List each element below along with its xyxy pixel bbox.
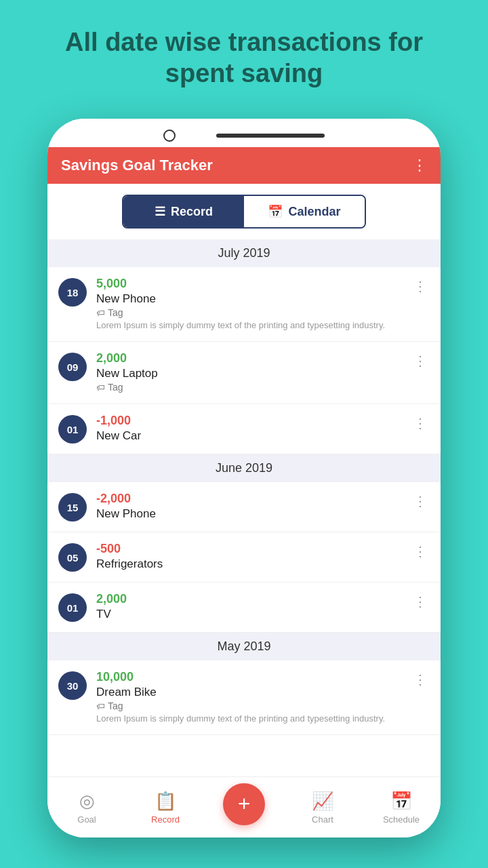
- nav-item-record[interactable]: 📋 Record: [126, 791, 205, 825]
- item-name: Refrigerators: [96, 557, 411, 571]
- item-menu-icon[interactable]: ⋮: [411, 353, 430, 369]
- date-badge: 09: [58, 353, 87, 381]
- transaction-item: 18 5,000 New Phone 🏷 Tag Lorem Ipsum is …: [47, 267, 441, 342]
- item-name: New Phone: [96, 292, 411, 306]
- transactions-list: July 2019 18 5,000 New Phone 🏷 Tag Lorem…: [47, 239, 441, 778]
- amount: -500: [96, 542, 411, 556]
- amount: 2,000: [96, 351, 411, 366]
- tag-label: Tag: [108, 307, 123, 318]
- transaction-details: -500 Refrigerators: [96, 542, 411, 572]
- amount: 2,000: [96, 592, 411, 606]
- phone-status-bar: [47, 119, 441, 147]
- transaction-details: 2,000 TV: [96, 592, 411, 623]
- description: Lorem Ipsum is simply dummy text of the …: [96, 713, 411, 725]
- record-icon: ☰: [155, 204, 165, 219]
- hero-title: All date wise transactions for spent sav…: [0, 0, 488, 102]
- nav-label-schedule: Schedule: [383, 814, 420, 825]
- transaction-item: 05 -500 Refrigerators ⋮: [47, 532, 441, 583]
- tag-icon: 🏷: [96, 701, 105, 711]
- transaction-details: 2,000 New Laptop 🏷 Tag: [96, 351, 411, 394]
- transaction-item: 09 2,000 New Laptop 🏷 Tag ⋮: [47, 342, 441, 404]
- date-badge: 05: [58, 543, 87, 572]
- app-title: Savings Goal Tracker: [61, 157, 213, 174]
- nav-label-chart: Chart: [312, 814, 333, 825]
- tag-icon: 🏷: [96, 308, 105, 318]
- item-menu-icon[interactable]: ⋮: [411, 493, 430, 509]
- description: Lorem Ipsum is simply dummy text of the …: [96, 319, 411, 332]
- transaction-item: 01 2,000 TV ⋮: [47, 583, 441, 633]
- date-badge: 30: [58, 671, 87, 700]
- item-menu-icon[interactable]: ⋮: [411, 278, 430, 294]
- transaction-details: 5,000 New Phone 🏷 Tag Lorem Ipsum is sim…: [96, 277, 411, 332]
- month-header-july: July 2019: [47, 239, 441, 267]
- item-menu-icon[interactable]: ⋮: [411, 593, 430, 610]
- tag-row: 🏷 Tag: [96, 307, 411, 318]
- goal-icon: ◎: [79, 791, 95, 812]
- fab-button[interactable]: +: [223, 783, 265, 825]
- nav-label-goal: Goal: [77, 814, 96, 825]
- nav-label-record: Record: [151, 814, 180, 825]
- month-header-june: June 2019: [47, 454, 441, 482]
- tab-record[interactable]: ☰ Record: [123, 196, 244, 227]
- item-name: New Phone: [96, 507, 411, 521]
- item-name: New Car: [96, 429, 411, 443]
- item-name: Dream Bike: [96, 686, 411, 699]
- item-menu-icon[interactable]: ⋮: [411, 671, 430, 688]
- chart-icon: 📈: [312, 791, 333, 812]
- bottom-nav: ◎ Goal 📋 Record + 📈 Chart 📅 Schedule: [47, 776, 441, 837]
- transaction-details: -2,000 New Phone: [96, 492, 411, 522]
- transaction-item: 30 10,000 Dream Bike 🏷 Tag Lorem Ipsum i…: [47, 660, 441, 735]
- tab-record-label: Record: [171, 205, 213, 219]
- month-header-may: May 2019: [47, 633, 441, 660]
- phone-mockup: Savings Goal Tracker ⋮ ☰ Record 📅 Calend…: [47, 119, 441, 837]
- tab-calendar[interactable]: 📅 Calendar: [244, 196, 365, 227]
- calendar-icon: 📅: [268, 204, 283, 219]
- amount: 10,000: [96, 670, 411, 684]
- item-menu-icon[interactable]: ⋮: [411, 415, 430, 431]
- tag-row: 🏷 Tag: [96, 701, 411, 711]
- item-menu-icon[interactable]: ⋮: [411, 543, 430, 559]
- schedule-icon: 📅: [390, 791, 412, 812]
- tag-row: 🏷 Tag: [96, 382, 411, 393]
- tab-switcher: ☰ Record 📅 Calendar: [122, 195, 366, 229]
- tab-calendar-label: Calendar: [288, 205, 340, 219]
- item-name: TV: [96, 608, 411, 621]
- amount: -2,000: [96, 492, 411, 506]
- date-badge: 01: [58, 593, 87, 622]
- amount: -1,000: [96, 414, 411, 428]
- date-badge: 01: [58, 415, 87, 443]
- app-header: Savings Goal Tracker ⋮: [47, 147, 441, 184]
- tag-label: Tag: [108, 701, 123, 711]
- transaction-item: 15 -2,000 New Phone ⋮: [47, 482, 441, 532]
- phone-notch: [216, 134, 325, 138]
- nav-item-chart[interactable]: 📈 Chart: [283, 791, 362, 825]
- date-badge: 18: [58, 278, 87, 307]
- nav-item-schedule[interactable]: 📅 Schedule: [362, 791, 441, 825]
- amount: 5,000: [96, 277, 411, 291]
- item-name: New Laptop: [96, 367, 411, 380]
- transaction-details: 10,000 Dream Bike 🏷 Tag Lorem Ipsum is s…: [96, 670, 411, 725]
- phone-camera: [163, 130, 176, 142]
- tag-icon: 🏷: [96, 382, 105, 393]
- transaction-details: -1,000 New Car: [96, 414, 411, 444]
- transaction-item: 01 -1,000 New Car ⋮: [47, 404, 441, 454]
- record-nav-icon: 📋: [155, 791, 176, 812]
- nav-item-fab[interactable]: +: [205, 783, 283, 832]
- date-badge: 15: [58, 493, 87, 521]
- header-menu-icon[interactable]: ⋮: [412, 157, 427, 174]
- hero-section: All date wise transactions for spent sav…: [0, 0, 488, 102]
- tag-label: Tag: [108, 382, 123, 393]
- nav-item-goal[interactable]: ◎ Goal: [47, 791, 126, 825]
